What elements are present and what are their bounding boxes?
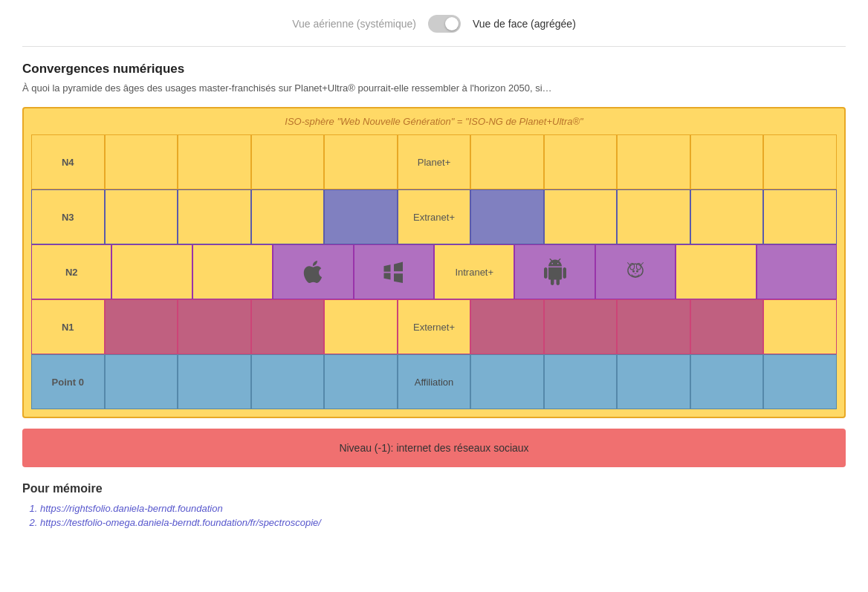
cell-n2-apple (273, 244, 353, 299)
toggle-bar: Vue aérienne (systémique) Vue de face (a… (22, 15, 846, 47)
cell-n4-9 (617, 134, 690, 189)
apple-icon (299, 258, 326, 285)
toggle-left-label: Vue aérienne (systémique) (292, 18, 416, 30)
memo-link-2-anchor[interactable]: https://testfolio-omega.daniela-berndt.f… (40, 517, 321, 528)
cell-n1-10 (690, 299, 764, 354)
cell-n4-5 (324, 134, 398, 189)
cell-n2-intranet: Intranet+ (434, 244, 514, 299)
cell-n3-4 (251, 189, 325, 244)
cell-p0-4 (251, 354, 325, 409)
cell-n2-10 (676, 244, 756, 299)
svg-point-4 (636, 270, 638, 273)
cell-n3-5 (324, 189, 398, 244)
row-n2: N2 Intranet+ (31, 244, 837, 299)
cell-n2-label: N2 (31, 244, 111, 299)
cell-n3-extranet: Extranet+ (398, 189, 471, 244)
memo-list: https://rightsfolio.daniela-berndt.found… (22, 503, 846, 528)
section-title: Convergences numériques (22, 62, 846, 77)
cell-n2-2 (111, 244, 192, 299)
cell-p0-5 (324, 354, 398, 409)
iso-label: ISO-sphère "Web Nouvelle Génération" = "… (31, 116, 837, 127)
cell-n4-11 (763, 134, 837, 189)
cell-n3-8 (544, 189, 618, 244)
cell-p0-2 (105, 354, 178, 409)
android-icon (542, 258, 569, 285)
cell-n4-3 (178, 134, 251, 189)
cell-n4-label: N4 (31, 134, 105, 189)
cell-n3-7 (470, 189, 544, 244)
cell-n3-11 (763, 189, 837, 244)
cell-p0-9 (617, 354, 690, 409)
cell-n1-7 (470, 299, 544, 354)
level-bar-label: Niveau (-1): internet des réseaux sociau… (339, 442, 528, 454)
cell-n1-3 (178, 299, 251, 354)
main-grid: ISO-sphère "Web Nouvelle Génération" = "… (22, 107, 846, 418)
cell-n4-7 (470, 134, 544, 189)
cell-n2-android (514, 244, 595, 299)
cell-n3-9 (617, 189, 690, 244)
cell-n1-9 (617, 299, 690, 354)
cell-n4-8 (544, 134, 618, 189)
windows-icon (380, 258, 407, 285)
cell-n1-label: N1 (31, 299, 105, 354)
cell-n1-2 (105, 299, 178, 354)
cell-n3-label: N3 (31, 189, 105, 244)
grid-rows: N4 Planet+ N3 Extranet+ (31, 134, 837, 409)
cell-n3-10 (690, 189, 764, 244)
memo-link-2[interactable]: https://testfolio-omega.daniela-berndt.f… (40, 517, 846, 528)
memo-title: Pour mémoire (22, 482, 846, 495)
row-n4: N4 Planet+ (31, 134, 837, 189)
cell-p0-3 (178, 354, 251, 409)
cell-n1-externet: Externet+ (398, 299, 471, 354)
row-n3: N3 Extranet+ (31, 189, 837, 244)
cell-n1-5 (324, 299, 398, 354)
cell-p0-7 (470, 354, 544, 409)
cell-n4-4 (251, 134, 325, 189)
cell-n2-windows (354, 244, 434, 299)
cell-n1-11 (763, 299, 837, 354)
cell-p0-label: Point 0 (31, 354, 105, 409)
view-toggle[interactable] (428, 15, 461, 33)
cell-p0-10 (690, 354, 764, 409)
toggle-right-label: Vue de face (agrégée) (473, 18, 576, 30)
memo-link-1-anchor[interactable]: https://rightsfolio.daniela-berndt.found… (40, 503, 223, 514)
cell-n2-3 (192, 244, 273, 299)
cell-p0-11 (763, 354, 837, 409)
cell-n4-planet: Planet+ (398, 134, 471, 189)
cell-n3-2 (105, 189, 178, 244)
gnu-icon (622, 258, 649, 285)
cell-n2-gnu (595, 244, 676, 299)
row-p0: Point 0 Affiliation (31, 354, 837, 409)
row-n1: N1 Externet+ (31, 299, 837, 354)
memo-link-1[interactable]: https://rightsfolio.daniela-berndt.found… (40, 503, 846, 514)
cell-p0-8 (544, 354, 618, 409)
cell-n1-4 (251, 299, 325, 354)
cell-p0-affiliation: Affiliation (398, 354, 471, 409)
svg-point-3 (632, 270, 635, 273)
level-bar: Niveau (-1): internet des réseaux sociau… (22, 429, 846, 467)
section-subtitle: À quoi la pyramide des âges des usages m… (22, 82, 846, 94)
cell-n4-2 (105, 134, 178, 189)
cell-n2-11 (757, 244, 837, 299)
cell-n3-3 (178, 189, 251, 244)
cell-n1-8 (544, 299, 618, 354)
cell-n4-10 (690, 134, 764, 189)
